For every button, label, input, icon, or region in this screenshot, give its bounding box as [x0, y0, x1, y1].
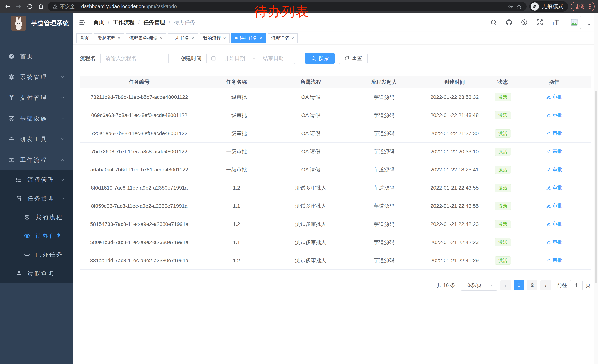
table-row: 725a1eb6-7b88-11ec-8ef0-acde48001122一级审批… [80, 124, 590, 143]
tab-待办任务[interactable]: 待办任务× [231, 33, 266, 43]
column-header: 任务编号 [80, 79, 199, 86]
reset-button[interactable]: 重置 [339, 53, 367, 64]
table-row: 75d72608-7b7f-11ec-a3c8-acde48001122一级审批… [80, 143, 590, 161]
process-name-input[interactable] [100, 53, 169, 64]
start-date-placeholder[interactable]: 开始日期 [217, 55, 252, 62]
tab-我的流程[interactable]: 我的流程× [200, 33, 230, 43]
tab-已办任务[interactable]: 已办任务× [168, 33, 198, 43]
breadcrumb-item[interactable]: 首页 [93, 19, 104, 26]
sidebar-item-done-task[interactable]: 已办任务 [0, 245, 73, 264]
approve-button[interactable]: 审批 [546, 166, 562, 173]
app-logo[interactable]: 芋道管理系统 [0, 13, 73, 33]
tags-view: 首页发起流程×流程表单-编辑×已办任务×我的流程×待办任务×流程详情× [73, 32, 598, 44]
approve-button[interactable]: 审批 [546, 257, 562, 263]
column-header: 所属流程 [274, 79, 347, 86]
approve-button[interactable]: 审批 [546, 112, 562, 118]
sidebar-item-my-process[interactable]: 我的流程 [0, 208, 73, 226]
sidebar-item-label: 基础设施 [20, 115, 60, 122]
approve-button[interactable]: 审批 [546, 148, 562, 155]
tab-close-icon[interactable]: × [191, 36, 194, 40]
logo-image [11, 16, 26, 31]
sidebar-collapse-icon[interactable] [79, 19, 86, 26]
goto-page-input[interactable] [570, 280, 583, 291]
flow-icon [15, 195, 23, 202]
approve-button[interactable]: 审批 [546, 184, 562, 191]
sidebar-item-infrastructure[interactable]: 基础设施 [0, 108, 73, 129]
page-button[interactable]: 2 [527, 280, 537, 291]
tab-首页[interactable]: 首页 [76, 33, 92, 43]
tab-close-icon[interactable]: × [259, 36, 262, 40]
sidebar-item-leave-query[interactable]: 请假查询 [0, 264, 73, 283]
tab-close-icon[interactable]: × [160, 36, 162, 40]
prev-page-button[interactable]: ‹ [500, 280, 511, 291]
tab-close-icon[interactable]: × [223, 36, 226, 40]
tab-close-icon[interactable]: × [291, 36, 294, 40]
cell-process: 测试多审批人 [274, 202, 347, 210]
cell-starter: 芋道源码 [347, 202, 421, 210]
sidebar-item-todo-task[interactable]: 待办任务 [0, 226, 73, 245]
scrollbar-thumb[interactable] [595, 91, 598, 283]
cell-process: OA 请假 [274, 166, 347, 173]
table-row: 8f059c03-7ac8-11ec-a9e2-a2380e71991a1.1测… [80, 197, 590, 215]
approve-button[interactable]: 审批 [546, 239, 562, 245]
page-size-select[interactable]: 10条/页 [461, 280, 498, 291]
cell-created: 2022-01-22 21:37:30 [421, 130, 488, 137]
tab-流程详情[interactable]: 流程详情× [268, 33, 298, 43]
approve-button[interactable]: 审批 [546, 130, 562, 137]
forward-icon[interactable] [15, 2, 23, 11]
back-icon[interactable] [3, 2, 12, 11]
cell-created: 2022-01-22 21:48:48 [421, 112, 488, 118]
approve-button[interactable]: 审批 [546, 202, 562, 209]
key-icon[interactable] [508, 4, 513, 9]
pencil-icon [546, 113, 551, 117]
cell-starter: 芋道源码 [347, 112, 421, 119]
sidebar-item-payment[interactable]: ¥支付管理 [0, 87, 73, 108]
cell-process: OA 请假 [274, 148, 347, 155]
sidebar-item-dev-tools[interactable]: 研发工具 [0, 129, 73, 150]
github-icon[interactable] [506, 19, 512, 26]
tab-流程表单-编辑[interactable]: 流程表单-编辑× [126, 33, 166, 43]
sidebar-item-process-mgmt[interactable]: 流程管理 [0, 170, 73, 189]
sidebar-item-workflow[interactable]: 工作流程 [0, 150, 73, 170]
next-page-button[interactable]: › [540, 280, 551, 291]
table-row: 381aa1dd-7ac8-11ec-a9e2-a2380e71991a1.2测… [80, 251, 590, 270]
approve-button[interactable]: 审批 [546, 221, 562, 227]
breadcrumb-item[interactable]: 工作流程 [113, 19, 134, 26]
status-badge: 激活 [495, 220, 511, 228]
avatar[interactable] [568, 16, 581, 29]
sidebar-item-label: 任务管理 [27, 194, 60, 202]
sidebar-item-system[interactable]: 系统管理 [0, 67, 73, 87]
fullscreen-icon[interactable] [536, 19, 543, 26]
date-separator: - [252, 55, 256, 61]
window-scrollbar[interactable] [594, 13, 598, 364]
date-range-picker[interactable]: 开始日期 - 结束日期 [206, 53, 295, 64]
cell-starter: 芋道源码 [347, 148, 421, 155]
browser-menu-icon[interactable] [589, 4, 590, 9]
end-date-placeholder[interactable]: 结束日期 [256, 55, 291, 62]
caret-down-icon[interactable] [587, 22, 592, 27]
help-icon[interactable] [521, 19, 528, 26]
search-icon[interactable] [490, 19, 497, 26]
reload-icon[interactable] [25, 2, 34, 11]
cell-starter: 芋道源码 [347, 166, 421, 173]
page-button[interactable]: 1 [514, 280, 524, 291]
tab-发起流程[interactable]: 发起流程× [94, 33, 124, 43]
browser-update-button[interactable]: 更新 [571, 2, 595, 11]
star-icon[interactable] [516, 4, 522, 9]
total-count: 共 16 条 [437, 282, 455, 289]
home-icon[interactable] [37, 2, 45, 11]
chevron-down-icon [60, 178, 65, 182]
search-button[interactable]: 搜索 [305, 53, 335, 64]
warning-icon [53, 4, 58, 9]
sidebar-item-home[interactable]: 首页 [0, 46, 73, 67]
sidebar-item-task-mgmt[interactable]: 任务管理 [0, 189, 73, 208]
column-header: 任务名称 [199, 79, 274, 86]
approve-button[interactable]: 审批 [546, 94, 562, 100]
breadcrumb-item[interactable]: 任务管理 [143, 19, 165, 26]
tab-close-icon[interactable]: × [118, 36, 120, 40]
column-header: 操作 [518, 79, 590, 86]
cell-process: OA 请假 [274, 94, 347, 101]
font-size-icon[interactable]: TT [552, 18, 559, 26]
goto-label: 前往 [557, 282, 567, 289]
approve-label: 审批 [552, 94, 562, 100]
